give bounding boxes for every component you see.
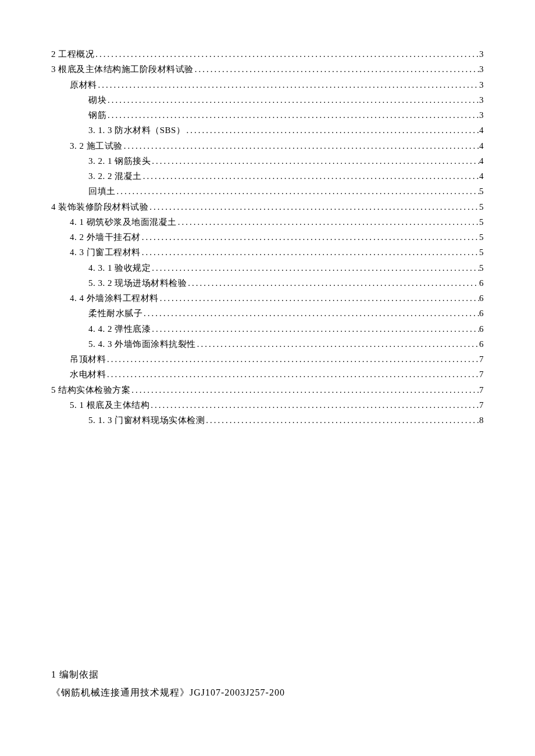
toc-entry-page: 7 [479,397,484,413]
toc-entry-text: 4. 3. 1 验收规定 [88,260,151,275]
toc-entry: 4. 3 门窗工程材料 ............................… [51,245,484,260]
toc-entry: 3 根底及主体结构施工阶段材料试验 ......................… [51,62,484,77]
toc-entry-page: 5 [479,260,484,275]
toc-entry-page: 3 [479,77,484,92]
toc-entry-page: 4 [479,123,484,138]
toc-entry-text: 3. 2. 2 混凝土 [88,169,142,184]
toc-entry-text: 4. 3 门窗工程材料 [70,245,141,260]
toc-entry: 砌块......................................… [51,92,484,108]
toc-entry-text: 原材料 [70,77,97,92]
toc-entry: 柔性耐水腻子..................................… [51,306,484,321]
toc-leader-dots: ........................................… [142,169,479,184]
toc-entry-page: 8 [479,413,484,428]
toc-entry: 3. 2. 2 混凝土 ............................… [51,169,484,184]
toc-entry: 3. 1. 3 防水材料（SBS）.......................… [51,123,484,138]
toc-leader-dots: ........................................… [177,214,479,230]
toc-entry-text: 4. 2 外墙干挂石材 [70,230,141,245]
toc-entry-text: 3. 1. 3 防水材料（SBS） [88,123,185,138]
body-section: 1 编制依据 《钢筋机械连接通用技术规程》JGJ107-2003J257-200 [51,666,484,701]
toc-leader-dots: ........................................… [151,321,479,336]
toc-leader-dots: ........................................… [194,62,479,77]
toc-entry-page: 3 [479,46,484,62]
toc-entry-page: 6 [479,306,484,321]
toc-entry: 3. 2. 1 钢筋接头 ...........................… [51,153,484,169]
toc-leader-dots: ........................................… [151,153,479,169]
toc-entry-page: 6 [479,321,484,336]
toc-entry-page: 3 [479,108,484,123]
toc-leader-dots: ........................................… [196,336,479,352]
toc-entry: 5 结构实体检验方案 .............................… [51,382,484,397]
section-heading: 1 编制依据 [51,666,484,683]
toc-entry-page: 4 [479,169,484,184]
toc-entry-page: 5 [479,230,484,245]
toc-entry: 4. 1 砌筑砂浆及地面混凝土 ........................… [51,214,484,230]
toc-entry-text: 水电材料 [70,367,106,382]
toc-entry: 4. 4 外墙涂料工程材料 ..........................… [51,291,484,306]
toc-entry-page: 5 [479,199,484,214]
toc-leader-dots: ........................................… [141,230,479,245]
toc-entry-text: 4. 4 外墙涂料工程材料 [70,291,159,306]
toc-entry-text: 5. 4. 3 外墙饰面涂料抗裂性 [88,336,196,352]
toc-entry-text: 柔性耐水腻子 [88,306,142,321]
toc-leader-dots: ........................................… [94,46,479,62]
toc-entry-text: 4. 1 砌筑砂浆及地面混凝土 [70,214,177,230]
toc-leader-dots: ........................................… [149,397,479,413]
toc-entry: 2 工程概况 .................................… [51,46,484,62]
toc-entry: 5. 3. 2 现场进场材料检验........................… [51,275,484,291]
toc-entry-text: 吊顶材料 [70,352,106,367]
toc-entry-page: 7 [479,382,484,397]
toc-entry-text: 5 结构实体检验方案 [51,382,130,397]
toc-entry-page: 6 [479,336,484,352]
toc-leader-dots: ........................................… [148,199,479,214]
toc-entry: 5. 1. 3 门窗材料现场实体检测......................… [51,413,484,428]
toc-entry-page: 4 [479,153,484,169]
toc-entry: 4. 4. 2 弹性底漆............................… [51,321,484,336]
toc-entry-page: 6 [479,291,484,306]
toc-entry-text: 5. 1 根底及主体结构 [70,397,149,413]
toc-leader-dots: ........................................… [151,260,479,275]
toc-leader-dots: ........................................… [159,291,479,306]
toc-entry-page: 6 [479,275,484,291]
toc-leader-dots: ........................................… [142,306,479,321]
toc-entry: 4. 2 外墙干挂石材 ............................… [51,230,484,245]
toc-entry-text: 3. 2. 1 钢筋接头 [88,153,151,169]
toc-entry-text: 4. 4. 2 弹性底漆 [88,321,151,336]
toc-entry: 4. 3. 1 验收规定............................… [51,260,484,275]
toc-entry-page: 4 [479,138,484,153]
toc-entry-text: 5. 1. 3 门窗材料现场实体检测 [88,413,205,428]
toc-leader-dots: ........................................… [141,245,479,260]
toc-leader-dots: ........................................… [106,92,479,108]
toc-entry-text: 3 根底及主体结构施工阶段材料试验 [51,62,194,77]
toc-entry-text: 2 工程概况 [51,46,94,62]
toc-entry: 原材料.....................................… [51,77,484,92]
toc-entry-text: 5. 3. 2 现场进场材料检验 [88,275,187,291]
toc-entry: 5. 4. 3 外墙饰面涂料抗裂性.......................… [51,336,484,352]
toc-leader-dots: ........................................… [97,77,480,92]
toc-leader-dots: ........................................… [205,413,479,428]
toc-leader-dots: ........................................… [106,352,479,367]
toc-entry-text: 4 装饰装修阶段材料试验 [51,199,148,214]
toc-leader-dots: ........................................… [130,382,479,397]
toc-entry-text: 3. 2 施工试验 [70,138,123,153]
toc-entry-page: 7 [479,352,484,367]
toc-leader-dots: ........................................… [106,367,479,382]
toc-leader-dots: ........................................… [185,123,479,138]
toc-leader-dots: ........................................… [116,184,480,199]
toc-entry-text: 钢筋 [88,108,106,123]
toc-leader-dots: ........................................… [106,108,479,123]
toc-entry: 钢筋......................................… [51,108,484,123]
toc-leader-dots: ........................................… [187,275,479,291]
toc-entry: 吊顶材料....................................… [51,352,484,367]
toc-entry-text: 砌块 [88,92,106,108]
table-of-contents: 2 工程概况 .................................… [51,46,484,428]
toc-entry-text: 回填土 [88,184,116,199]
toc-entry: 4 装饰装修阶段材料试验 ...........................… [51,199,484,214]
toc-entry-page: 3 [479,92,484,108]
toc-entry: 5. 1 根底及主体结构............................… [51,397,484,413]
toc-entry: 回填土.....................................… [51,184,484,199]
toc-entry-page: 7 [479,367,484,382]
toc-entry: 3. 2 施工试验 ..............................… [51,138,484,153]
toc-entry-page: 3 [479,62,484,77]
toc-entry-page: 5 [479,245,484,260]
toc-entry-page: 5 [479,184,484,199]
